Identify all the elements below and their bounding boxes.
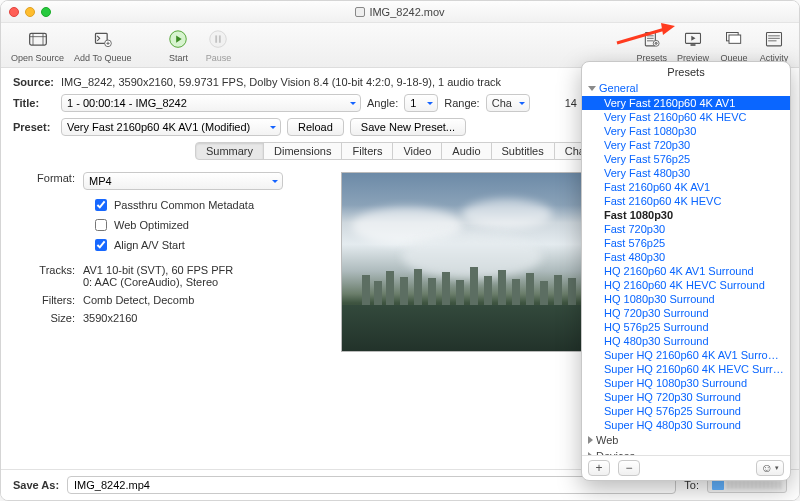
preset-item[interactable]: Very Fast 480p30 [582, 166, 790, 180]
preset-item[interactable]: HQ 2160p60 4K HEVC Surround [582, 278, 790, 292]
align-av-checkbox[interactable] [95, 239, 107, 251]
preset-item[interactable]: Very Fast 576p25 [582, 152, 790, 166]
preset-options-button[interactable]: ☺︎▾ [756, 460, 784, 476]
track-line: 0: AAC (CoreAudio), Stereo [83, 276, 323, 288]
preset-item[interactable]: Super HQ 576p25 Surround [582, 404, 790, 418]
preview-icon [678, 29, 708, 51]
preset-item[interactable]: Super HQ 480p30 Surround [582, 418, 790, 432]
preset-item[interactable]: HQ 576p25 Surround [582, 320, 790, 334]
queue-icon [719, 29, 749, 51]
size-value: 3590x2160 [83, 312, 323, 324]
tracks-label: Tracks: [33, 264, 83, 276]
open-source-button[interactable]: Open Source [11, 29, 64, 63]
range-label: Range: [444, 97, 479, 109]
tracks-value: AV1 10-bit (SVT), 60 FPS PFR0: AAC (Core… [83, 264, 323, 288]
preset-item[interactable]: Very Fast 1080p30 [582, 124, 790, 138]
preset-item[interactable]: HQ 480p30 Surround [582, 334, 790, 348]
svg-rect-15 [729, 35, 741, 43]
tab-dimensions[interactable]: Dimensions [263, 142, 342, 160]
preset-item[interactable]: Super HQ 720p30 Surround [582, 390, 790, 404]
svg-rect-7 [219, 35, 221, 42]
tab-video[interactable]: Video [392, 142, 442, 160]
save-as-label: Save As: [13, 479, 59, 491]
preset-item[interactable]: Fast 1080p30 [582, 208, 790, 222]
preset-item[interactable]: Very Fast 2160p60 4K AV1 [582, 96, 790, 110]
play-icon [163, 29, 193, 51]
web-optimized-label: Web Optimized [114, 219, 189, 231]
video-preview [341, 172, 591, 352]
preset-group-devices[interactable]: Devices [582, 448, 790, 455]
presets-popover: Presets GeneralVery Fast 2160p60 4K AV1V… [581, 61, 791, 481]
preset-item[interactable]: Super HQ 2160p60 4K AV1 Surround [582, 348, 790, 362]
preset-add-button[interactable]: + [588, 460, 610, 476]
pause-icon [203, 29, 233, 51]
save-new-preset-button[interactable]: Save New Preset... [350, 118, 466, 136]
preset-item[interactable]: Fast 2160p60 4K HEVC [582, 194, 790, 208]
preset-item[interactable]: HQ 2160p60 4K AV1 Surround [582, 264, 790, 278]
passthru-row[interactable]: Passthru Common Metadata [91, 196, 323, 214]
preset-remove-button[interactable]: − [618, 460, 640, 476]
presets-popover-title: Presets [582, 62, 790, 80]
track-line: AV1 10-bit (SVT), 60 FPS PFR [83, 264, 323, 276]
preset-item[interactable]: Fast 2160p60 4K AV1 [582, 180, 790, 194]
tab-filters[interactable]: Filters [341, 142, 393, 160]
title-select[interactable]: 1 - 00:00:14 - IMG_8242 [61, 94, 361, 112]
filters-value: Comb Detect, Decomb [83, 294, 323, 306]
preset-group-label: General [599, 82, 638, 94]
preset-item[interactable]: Super HQ 1080p30 Surround [582, 376, 790, 390]
toolbar-right: Presets Preview Queue Activity [636, 29, 789, 63]
range-kind-select[interactable]: Cha [486, 94, 530, 112]
source-label: Source: [13, 76, 55, 88]
preset-item[interactable]: Super HQ 2160p60 4K HEVC Surround [582, 362, 790, 376]
svg-marker-12 [691, 36, 695, 41]
alignav-row[interactable]: Align A/V Start [91, 236, 323, 254]
app-window: IMG_8242.mov Open Source Add To Queue St… [0, 0, 800, 501]
preview-toolbar-button[interactable]: Preview [677, 29, 709, 63]
preset-item[interactable]: Fast 480p30 [582, 250, 790, 264]
add-to-queue-button[interactable]: Add To Queue [74, 29, 131, 63]
angle-select[interactable]: 1 [404, 94, 438, 112]
activity-toolbar-button[interactable]: Activity [759, 29, 789, 63]
angle-label: Angle: [367, 97, 398, 109]
presets-footer: + − ☺︎▾ [582, 455, 790, 480]
presets-toolbar-button[interactable]: Presets [636, 29, 667, 63]
preset-item[interactable]: Very Fast 2160p60 4K HEVC [582, 110, 790, 124]
preset-select[interactable]: Very Fast 2160p60 4K AV1 (Modified) [61, 118, 281, 136]
pause-button[interactable]: Pause [203, 29, 233, 63]
queue-toolbar-button[interactable]: Queue [719, 29, 749, 63]
add-to-queue-icon [88, 29, 118, 51]
window-title-text: IMG_8242.mov [369, 6, 444, 18]
tab-summary[interactable]: Summary [195, 142, 264, 160]
preset-item[interactable]: Fast 720p30 [582, 222, 790, 236]
passthru-label: Passthru Common Metadata [114, 199, 254, 211]
document-icon [355, 7, 365, 17]
title-label: Title: [13, 97, 55, 109]
preset-item[interactable]: HQ 1080p30 Surround [582, 292, 790, 306]
svg-rect-0 [29, 33, 46, 45]
chevron-right-icon [588, 436, 593, 444]
preset-group-web[interactable]: Web [582, 432, 790, 448]
web-optimized-checkbox[interactable] [95, 219, 107, 231]
preset-group-general[interactable]: General [582, 80, 790, 96]
preset-item[interactable]: Very Fast 720p30 [582, 138, 790, 152]
presets-list[interactable]: GeneralVery Fast 2160p60 4K AV1Very Fast… [582, 80, 790, 455]
webopt-row[interactable]: Web Optimized [91, 216, 323, 234]
format-select[interactable]: MP4 [83, 172, 283, 190]
svg-rect-6 [216, 35, 218, 42]
folder-icon [712, 480, 724, 490]
preset-group-label: Web [596, 434, 618, 446]
svg-rect-16 [767, 33, 782, 46]
tab-subtitles[interactable]: Subtitles [491, 142, 555, 160]
start-button[interactable]: Start [163, 29, 193, 63]
preset-item[interactable]: Fast 576p25 [582, 236, 790, 250]
reload-button[interactable]: Reload [287, 118, 344, 136]
source-value: IMG_8242, 3590x2160, 59.9731 FPS, Dolby … [61, 76, 501, 88]
presets-icon [637, 29, 667, 51]
preset-item[interactable]: HQ 720p30 Surround [582, 306, 790, 320]
titlebar: IMG_8242.mov [1, 1, 799, 23]
open-source-icon [23, 29, 53, 51]
passthru-checkbox[interactable] [95, 199, 107, 211]
align-av-label: Align A/V Start [114, 239, 185, 251]
preset-label: Preset: [13, 121, 55, 133]
tab-audio[interactable]: Audio [441, 142, 491, 160]
